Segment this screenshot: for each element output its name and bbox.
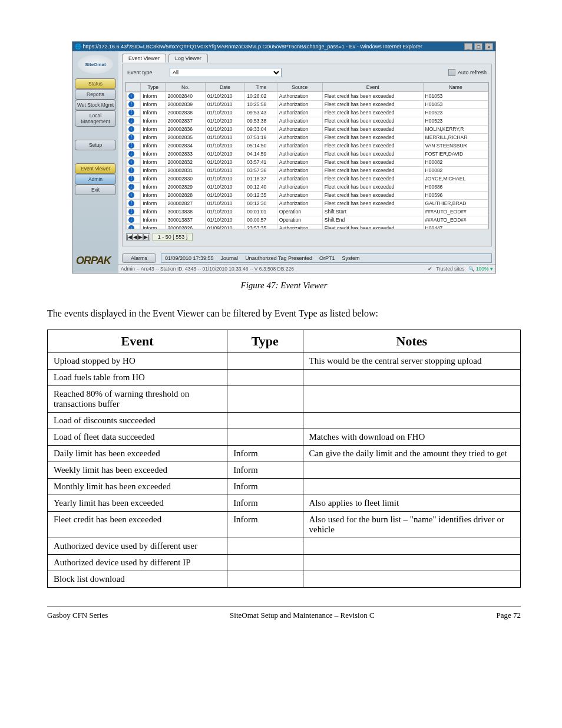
grid-col-Date[interactable]: Date xyxy=(205,83,244,92)
minimize-icon[interactable]: _ xyxy=(464,43,472,50)
sidebar-item-event-viewer[interactable]: Event Viewer xyxy=(75,163,116,174)
grid-col-Time[interactable]: Time xyxy=(245,83,277,92)
alarm-cell-4: System xyxy=(342,255,360,261)
table-row[interactable]: iInform20000282601/09/201023:53:35Author… xyxy=(126,224,488,229)
window-title: https://172.16.6.43/?SID=LBC8kIw/5mxYQTF… xyxy=(75,44,422,50)
cell-type: Inform xyxy=(141,191,166,199)
close-icon[interactable]: × xyxy=(485,43,493,50)
auto-refresh-checkbox[interactable] xyxy=(448,69,455,76)
cell-time: 03:57:36 xyxy=(245,166,277,174)
tab-log-viewer[interactable]: Log Viewer xyxy=(168,54,208,62)
zoom-label[interactable]: 🔍 100% ▾ xyxy=(468,266,494,272)
table-row[interactable]: iInform20000283701/10/201009:53:38Author… xyxy=(126,117,488,125)
cell-type: Inform xyxy=(141,216,166,224)
tab-event-viewer[interactable]: Event Viewer xyxy=(122,54,166,62)
table-row[interactable]: iInform20000283101/10/201003:57:36Author… xyxy=(126,166,488,174)
table-row[interactable]: iInform20000283001/10/201001:18:37Author… xyxy=(126,174,488,183)
cell-no: 200002837 xyxy=(166,117,205,125)
event-type-select[interactable]: All xyxy=(170,68,282,77)
cell-date: 01/10/2010 xyxy=(205,92,244,101)
grid-col-Source[interactable]: Source xyxy=(277,83,322,92)
cell-event: Fleet credit has been exceeded xyxy=(322,224,423,229)
cell-event: Fleet credit has been exceeded xyxy=(322,125,423,133)
info-icon: i xyxy=(128,93,134,99)
cell-event: Fleet credit has been exceeded xyxy=(322,183,423,191)
cell-name: ###AUTO_EOD## xyxy=(423,216,488,224)
table-row[interactable]: iInform20000283201/10/201003:57:41Author… xyxy=(126,158,488,166)
table-row[interactable]: iInform20000284001/10/201010:26:02Author… xyxy=(126,92,488,101)
table-row[interactable]: iInform20000283801/10/201009:53:43Author… xyxy=(126,108,488,117)
event-viewer-screenshot: https://172.16.6.43/?SID=LBC8kIw/5mxYQTF… xyxy=(72,41,496,274)
pager-btn-3[interactable]: ▶| xyxy=(143,233,150,241)
table-row[interactable]: iInform30001383801/10/201000:01:01Operat… xyxy=(126,207,488,216)
cell-name: MOLIN,KERRY,R xyxy=(423,125,488,133)
cell-date: 01/10/2010 xyxy=(205,108,244,117)
events-col-event: Event xyxy=(48,330,227,353)
cell-type: Inform xyxy=(141,117,166,125)
grid-col-Event[interactable]: Event xyxy=(322,83,423,92)
sidebar-item-setup[interactable]: Setup xyxy=(75,140,116,150)
cell-time: 10:26:02 xyxy=(245,92,277,101)
table-row[interactable]: iInform20000283601/10/201009:33:04Author… xyxy=(126,125,488,133)
sidebar: SiteOmat StatusReportsWet Stock MgmtLoca… xyxy=(72,51,118,273)
pager-btn-1[interactable]: ◀ xyxy=(133,233,138,241)
table-row[interactable]: iInform20000283301/10/201004:14:59Author… xyxy=(126,150,488,158)
figure-caption: Figure 47: Event Viewer xyxy=(47,281,521,291)
sidebar-item-reports[interactable]: Reports xyxy=(75,89,116,100)
cell-type: Inform xyxy=(141,108,166,117)
table-row[interactable]: iInform20000283901/10/201010:25:58Author… xyxy=(126,100,488,108)
info-icon: i xyxy=(128,209,134,215)
main-panel: Event ViewerLog Viewer Event type All Au… xyxy=(118,51,495,273)
row-icon-cell: i xyxy=(126,166,141,174)
sidebar-item-wet-stock-mgmt[interactable]: Wet Stock Mgmt xyxy=(75,100,116,110)
table-row[interactable]: iInform20000282801/10/201000:12:35Author… xyxy=(126,191,488,199)
cell-event: Fleet credit has been exceeded xyxy=(322,166,423,174)
events-cell xyxy=(303,478,520,495)
sidebar-item-local-management[interactable]: Local Management xyxy=(75,110,116,127)
alarm-cell-2: Unauthorized Tag Presented xyxy=(245,255,312,261)
sidebar-item-status[interactable]: Status xyxy=(75,78,116,89)
table-row[interactable]: iInform20000283501/10/201007:51:19Author… xyxy=(126,133,488,141)
events-cell xyxy=(303,369,520,386)
grid-col-No.[interactable]: No. xyxy=(166,83,205,92)
cell-time: 10:25:58 xyxy=(245,100,277,108)
sidebar-item-exit[interactable]: Exit xyxy=(75,185,116,195)
events-cell xyxy=(227,429,303,445)
page-footer: Gasboy CFN Series SiteOmat Setup and Mai… xyxy=(47,607,521,620)
alarms-button[interactable]: Alarms xyxy=(122,253,156,263)
cell-time: 00:00:57 xyxy=(245,216,277,224)
cell-source: Authorization xyxy=(277,158,322,166)
cell-event: Fleet credit has been exceeded xyxy=(322,100,423,108)
table-row[interactable]: iInform30001383701/10/201000:00:57Operat… xyxy=(126,216,488,224)
row-icon-cell: i xyxy=(126,199,141,207)
table-row[interactable]: iInform20000282701/10/201000:12:30Author… xyxy=(126,199,488,207)
status-left: Admin -- Are43 -- Station ID: 4343 -- 01… xyxy=(121,266,294,272)
table-row[interactable]: iInform20000283401/10/201005:14:50Author… xyxy=(126,141,488,150)
footer-left: Gasboy CFN Series xyxy=(47,611,108,620)
events-cell: Matches with download on FHO xyxy=(303,429,520,445)
cell-source: Authorization xyxy=(277,133,322,141)
cell-no: 300013837 xyxy=(166,216,205,224)
info-icon: i xyxy=(128,101,134,107)
grid-col-Name[interactable]: Name xyxy=(423,83,488,92)
events-cell xyxy=(227,538,303,554)
pager-btn-2[interactable]: ▶ xyxy=(138,233,143,241)
cell-source: Authorization xyxy=(277,100,322,108)
maximize-icon[interactable]: □ xyxy=(474,43,482,50)
cell-source: Authorization xyxy=(277,108,322,117)
grid-col-Type[interactable]: Type xyxy=(141,83,166,92)
events-cell: Authorized device used by different IP xyxy=(48,554,227,571)
grid-col-icon[interactable] xyxy=(126,83,141,92)
info-icon: i xyxy=(128,126,134,132)
sidebar-item-admin[interactable]: Admin xyxy=(75,174,116,185)
info-icon: i xyxy=(128,217,134,223)
cell-no: 200002831 xyxy=(166,166,205,174)
cell-event: Fleet credit has been exceeded xyxy=(322,141,423,150)
table-row[interactable]: iInform20000282901/10/201000:12:40Author… xyxy=(126,183,488,191)
events-row: Monthly limit has been exceededInform xyxy=(48,478,521,495)
events-cell: Inform xyxy=(227,511,303,538)
cell-source: Authorization xyxy=(277,92,322,101)
pager-btn-0[interactable]: |◀ xyxy=(126,233,133,241)
cell-name: H00082 xyxy=(423,158,488,166)
cell-name: H00082 xyxy=(423,166,488,174)
